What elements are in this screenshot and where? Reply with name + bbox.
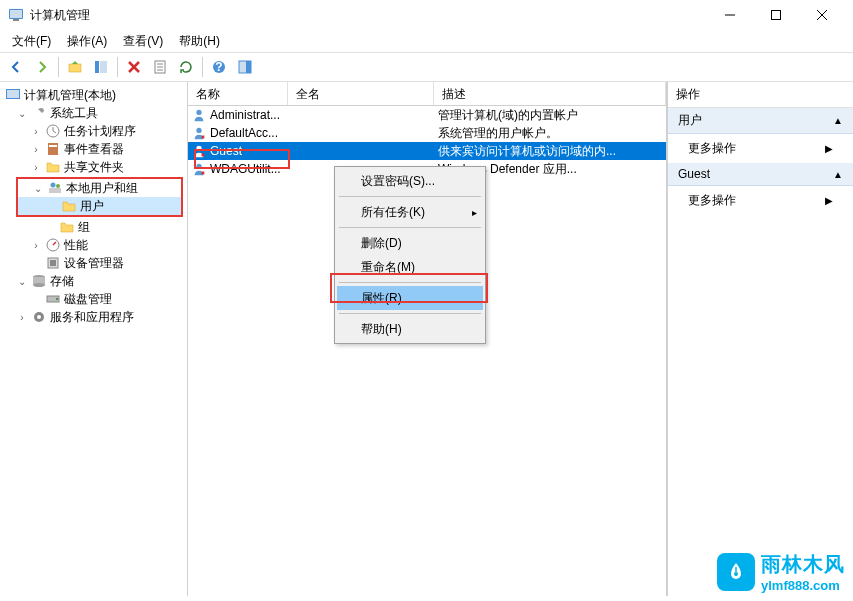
tree-diskmgmt[interactable]: 磁盘管理: [2, 290, 185, 308]
forward-button[interactable]: [30, 55, 54, 79]
help-button[interactable]: ?: [207, 55, 231, 79]
expand-icon[interactable]: ›: [16, 312, 28, 323]
action-section-users[interactable]: 用户 ▲: [668, 108, 853, 134]
menu-view[interactable]: 查看(V): [117, 31, 169, 52]
action-header: 操作: [668, 82, 853, 108]
svg-rect-21: [7, 90, 19, 98]
expand-icon[interactable]: ›: [30, 240, 42, 251]
tree-storage[interactable]: ⌄ 存储: [2, 272, 185, 290]
user-row[interactable]: DefaultAcc... 系统管理的用户帐户。: [188, 124, 666, 142]
context-menu: 设置密码(S)... 所有任务(K)▸ 删除(D) 重命名(M) 属性(R) 帮…: [334, 166, 486, 344]
svg-point-35: [56, 298, 58, 300]
tree-systools[interactable]: ⌄ 系统工具: [2, 104, 185, 122]
show-hide-button[interactable]: [89, 55, 113, 79]
tree-scheduler[interactable]: › 任务计划程序: [2, 122, 185, 140]
chevron-right-icon: ▸: [472, 207, 477, 218]
event-icon: [45, 141, 61, 157]
tree-groups[interactable]: 组: [2, 218, 185, 236]
svg-point-40: [196, 146, 201, 151]
maximize-button[interactable]: [753, 0, 799, 30]
expand-icon[interactable]: ›: [30, 144, 42, 155]
tree-localusers[interactable]: ⌄ 本地用户和组: [18, 179, 181, 197]
device-icon: [45, 255, 61, 271]
menubar: 文件(F) 操作(A) 查看(V) 帮助(H): [0, 30, 853, 52]
computer-mgmt-icon: [5, 87, 21, 103]
tree-devmgr[interactable]: 设备管理器: [2, 254, 185, 272]
svg-point-42: [734, 572, 738, 576]
tools-icon: [31, 105, 47, 121]
close-button[interactable]: [799, 0, 845, 30]
tree-root-label: 计算机管理(本地): [24, 87, 116, 104]
tree-shared[interactable]: › 共享文件夹: [2, 158, 185, 176]
svg-rect-1: [10, 10, 22, 18]
back-button[interactable]: [4, 55, 28, 79]
action-more-users[interactable]: 更多操作 ▶: [668, 134, 853, 163]
cm-properties[interactable]: 属性(R): [337, 286, 483, 310]
svg-rect-2: [13, 19, 19, 21]
refresh-button[interactable]: [174, 55, 198, 79]
shared-folder-icon: [45, 159, 61, 175]
cm-help[interactable]: 帮助(H): [337, 317, 483, 341]
storage-icon: [31, 273, 47, 289]
tree-root[interactable]: 计算机管理(本地): [2, 86, 185, 104]
action-panel: 操作 用户 ▲ 更多操作 ▶ Guest ▲ 更多操作 ▶: [667, 82, 853, 596]
collapse-icon: ▲: [833, 169, 843, 180]
svg-point-38: [196, 110, 201, 115]
svg-point-25: [51, 183, 56, 188]
nav-tree[interactable]: 计算机管理(本地) ⌄ 系统工具 › 任务计划程序 › 事件查看器 › 共享文件…: [0, 82, 188, 596]
svg-rect-9: [100, 61, 107, 73]
watermark: 雨林木风 ylmf888.com: [717, 551, 845, 593]
expand-icon[interactable]: ›: [30, 162, 42, 173]
expand-icon[interactable]: ⌄: [16, 276, 28, 287]
col-fullname[interactable]: 全名: [288, 82, 434, 105]
delete-button[interactable]: [122, 55, 146, 79]
list-header: 名称 全名 描述: [188, 82, 666, 106]
tree-services[interactable]: › 服务和应用程序: [2, 308, 185, 326]
svg-point-26: [56, 184, 60, 188]
cm-delete[interactable]: 删除(D): [337, 231, 483, 255]
user-icon: [192, 162, 206, 176]
watermark-url: ylmf888.com: [761, 578, 845, 593]
chevron-right-icon: ▶: [825, 195, 833, 206]
svg-point-33: [33, 283, 45, 287]
titlebar: 计算机管理: [0, 0, 853, 30]
expand-icon[interactable]: ⌄: [32, 183, 44, 194]
svg-point-41: [196, 164, 201, 169]
action-pane-button[interactable]: [233, 55, 257, 79]
cm-set-password[interactable]: 设置密码(S)...: [337, 169, 483, 193]
tree-users[interactable]: 用户: [18, 197, 181, 215]
menu-file[interactable]: 文件(F): [6, 31, 57, 52]
clock-icon: [45, 123, 61, 139]
tree-performance[interactable]: › 性能: [2, 236, 185, 254]
col-desc[interactable]: 描述: [434, 82, 666, 105]
properties-icon-button[interactable]: [148, 55, 172, 79]
action-section-guest[interactable]: Guest ▲: [668, 163, 853, 186]
user-icon: [192, 126, 206, 140]
cm-rename[interactable]: 重命名(M): [337, 255, 483, 279]
perf-icon: [45, 237, 61, 253]
services-icon: [31, 309, 47, 325]
menu-help[interactable]: 帮助(H): [173, 31, 226, 52]
user-icon: [192, 144, 206, 158]
disk-icon: [45, 291, 61, 307]
user-row-guest[interactable]: Guest 供来宾访问计算机或访问域的内...: [188, 142, 666, 160]
tree-eventviewer[interactable]: › 事件查看器: [2, 140, 185, 158]
up-button[interactable]: [63, 55, 87, 79]
svg-rect-8: [95, 61, 99, 73]
folder-icon: [61, 198, 77, 214]
app-icon: [8, 7, 24, 23]
user-row[interactable]: Administrat... 管理计算机(域)的内置帐户: [188, 106, 666, 124]
svg-rect-24: [49, 145, 57, 147]
action-more-guest[interactable]: 更多操作 ▶: [668, 186, 853, 215]
users-group-icon: [47, 180, 63, 196]
minimize-button[interactable]: [707, 0, 753, 30]
expand-icon[interactable]: ›: [30, 126, 42, 137]
watermark-text: 雨林木风: [761, 551, 845, 578]
svg-rect-27: [49, 188, 61, 193]
collapse-icon: ▲: [833, 115, 843, 126]
expand-icon[interactable]: ⌄: [16, 108, 28, 119]
cm-all-tasks[interactable]: 所有任务(K)▸: [337, 200, 483, 224]
window-controls: [707, 0, 845, 30]
col-name[interactable]: 名称: [188, 82, 288, 105]
menu-action[interactable]: 操作(A): [61, 31, 113, 52]
